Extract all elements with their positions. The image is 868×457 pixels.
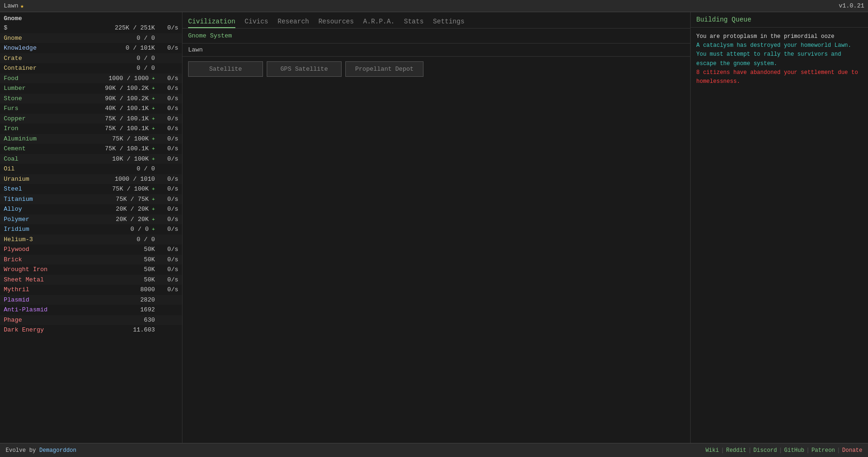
resource-plus: + xyxy=(149,106,155,111)
resource-name: Polymer xyxy=(4,215,60,224)
nav-tab-settings[interactable]: Settings xyxy=(433,16,464,28)
footer-link-donate[interactable]: Donate xyxy=(842,447,862,454)
resource-row: Furs40K / 100.1K +0/s xyxy=(0,103,182,114)
resource-row: Mythril80000/s xyxy=(0,285,182,295)
resource-amount: 75K / 100K + xyxy=(60,134,155,144)
resource-rate: 0/s xyxy=(155,225,178,234)
resource-rate: 0/s xyxy=(155,134,178,144)
resource-row: Anti-Plasmid1692 xyxy=(0,305,182,315)
footer-separator: | xyxy=(779,447,782,454)
sidebar: Gnome $225K / 251K0/sGnome0 / 0Knowledge… xyxy=(0,12,182,443)
building-btn-gps-satellite[interactable]: GPS Satellite xyxy=(267,61,342,77)
notifications: You are protoplasm in the primordial ooz… xyxy=(691,28,868,91)
resource-amount: 20K / 20K + xyxy=(60,205,155,214)
resource-name: Dark Energy xyxy=(4,325,60,335)
resource-rate: 0/s xyxy=(155,285,178,295)
footer-link-discord[interactable]: Discord xyxy=(753,447,777,454)
nav-tab-civics[interactable]: Civics xyxy=(245,16,268,28)
resource-row: Coal10K / 100K +0/s xyxy=(0,154,182,164)
resource-amount: 0 / 101K xyxy=(60,44,155,53)
nav-tab-a-r-p-a-[interactable]: A.R.P.A. xyxy=(363,16,394,28)
resource-amount: 75K / 100K + xyxy=(60,184,155,194)
resource-rate: 0/s xyxy=(155,124,178,133)
resource-amount: 630 xyxy=(60,316,155,325)
resource-row: Wrought Iron50K0/s xyxy=(0,265,182,275)
resource-row: Alloy20K / 20K +0/s xyxy=(0,204,182,214)
resource-name: Sheet Metal xyxy=(4,275,60,285)
resource-rate: 0/s xyxy=(155,23,178,33)
resource-row: Container0 / 0 xyxy=(0,63,182,74)
resource-amount: 40K / 100.1K + xyxy=(60,104,155,113)
nav-tab-resources[interactable]: Resources xyxy=(318,16,354,28)
title-bar: Lawn ★ v1.0.21 xyxy=(0,0,868,12)
resource-rate: 0/s xyxy=(155,104,178,113)
resource-amount: 75K / 100.1K + xyxy=(60,114,155,124)
resource-plus: + xyxy=(149,126,155,132)
resource-rate: 0/s xyxy=(155,245,178,254)
resource-name: Steel xyxy=(4,184,60,194)
resource-rate: 0/s xyxy=(155,275,178,285)
resource-row: Iron75K / 100.1K +0/s xyxy=(0,124,182,134)
footer-links: Wiki|Reddit|Discord|GitHub|Patreon|Donat… xyxy=(706,447,862,454)
notification: You are protoplasm in the primordial ooz… xyxy=(696,32,862,41)
resource-plus: + xyxy=(149,146,155,152)
resource-amount: 10K / 100K + xyxy=(60,155,155,164)
resource-row: Food1000 / 1000 +0/s xyxy=(0,74,182,84)
game-title: Lawn ★ xyxy=(4,2,24,10)
resource-rate: 0/s xyxy=(155,94,178,103)
building-btn-propellant-depot[interactable]: Propellant Depot xyxy=(345,61,423,77)
author-name: Demagorddon xyxy=(39,447,76,454)
footer-separator: | xyxy=(837,447,840,454)
resource-plus: + xyxy=(149,156,155,162)
resource-name: Plywood xyxy=(4,245,60,254)
resource-rate: 0/s xyxy=(155,215,178,224)
right-panel: Building Queue You are protoplasm in the… xyxy=(690,12,868,443)
resource-name: Furs xyxy=(4,104,60,113)
building-btn-satellite[interactable]: Satellite xyxy=(188,61,263,77)
resource-name: Container xyxy=(4,64,60,73)
resource-name: Lumber xyxy=(4,84,60,93)
resource-list: $225K / 251K0/sGnome0 / 0Knowledge0 / 10… xyxy=(0,23,182,335)
resource-amount: 225K / 251K xyxy=(60,23,155,33)
resource-amount: 50K xyxy=(60,255,155,265)
version-label: v1.0.21 xyxy=(839,2,864,9)
center-content: CivilizationCivicsResearchResourcesA.R.P… xyxy=(182,12,690,443)
notification: 8 citizens have abandoned your settlemen… xyxy=(696,68,862,86)
footer-link-wiki[interactable]: Wiki xyxy=(706,447,719,454)
resource-row: Uranium1000 / 10100/s xyxy=(0,174,182,184)
resource-row: Iridium0 / 0 +0/s xyxy=(0,224,182,235)
resource-amount: 2820 xyxy=(60,295,155,305)
resource-name: Titanium xyxy=(4,195,60,204)
resource-name: Mythril xyxy=(4,285,60,295)
resource-amount: 50K xyxy=(60,265,155,274)
resource-rate: 0/s xyxy=(155,155,178,164)
resource-rate: 0/s xyxy=(155,265,178,274)
evolve-text: Evolve xyxy=(6,447,26,454)
resource-name: Cement xyxy=(4,144,60,154)
nav-tab-stats[interactable]: Stats xyxy=(404,16,423,28)
resource-amount: 0 / 0 xyxy=(60,64,155,73)
resource-amount: 0 / 0 + xyxy=(60,225,155,234)
resource-amount: 50K xyxy=(60,275,155,285)
nav-tab-research[interactable]: Research xyxy=(277,16,309,28)
resource-name: Copper xyxy=(4,114,60,124)
resource-plus: + xyxy=(149,217,155,222)
resource-name: Food xyxy=(4,74,60,83)
resource-rate: 0/s xyxy=(155,184,178,194)
resource-name: Aluminium xyxy=(4,134,60,144)
nav-tab-civilization[interactable]: Civilization xyxy=(188,16,235,28)
resource-row: Steel75K / 100K +0/s xyxy=(0,184,182,194)
resource-amount: 75K / 100.1K + xyxy=(60,124,155,133)
footer-link-reddit[interactable]: Reddit xyxy=(726,447,746,454)
main-layout: Gnome $225K / 251K0/sGnome0 / 0Knowledge… xyxy=(0,12,868,443)
footer-link-github[interactable]: GitHub xyxy=(784,447,804,454)
resource-row: Stone90K / 100.2K +0/s xyxy=(0,94,182,104)
resource-amount: 1000 / 1000 + xyxy=(60,74,155,83)
resource-rate: 0/s xyxy=(155,44,178,53)
footer-link-patreon[interactable]: Patreon xyxy=(811,447,835,454)
resource-rate: 0/s xyxy=(155,205,178,214)
resource-amount: 75K / 75K + xyxy=(60,195,155,204)
resource-rate: 0/s xyxy=(155,144,178,154)
resource-row: Copper75K / 100.1K +0/s xyxy=(0,114,182,124)
resource-amount: 0 / 0 xyxy=(60,235,155,244)
